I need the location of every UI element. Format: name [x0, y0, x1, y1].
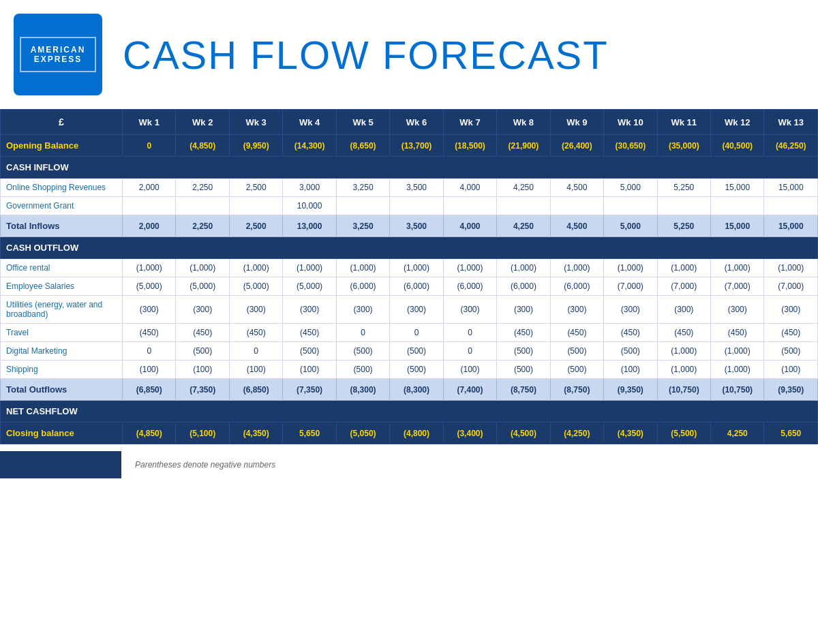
opening-balance-wk1: 0	[123, 135, 176, 157]
week-header-2: Wk 2	[176, 110, 229, 135]
shipping-wk9: (500)	[550, 361, 603, 379]
total-outflows-wk4: (7,350)	[283, 379, 336, 401]
opening-balance-wk9: (26,400)	[550, 135, 603, 157]
week-header-12: Wk 12	[711, 110, 764, 135]
logo-line1: AMERICAN	[31, 45, 86, 55]
total-outflows-wk1: (6,850)	[123, 379, 176, 401]
utilities-wk5: (300)	[336, 296, 389, 324]
online-shopping-wk10: 5,000	[604, 179, 657, 197]
utilities-wk9: (300)	[550, 296, 603, 324]
week-header-7: Wk 7	[443, 110, 496, 135]
total-outflows-label: Total Outflows	[1, 379, 123, 401]
week-header-11: Wk 11	[657, 110, 710, 135]
shipping-row: Shipping (100) (100) (100) (100) (500) (…	[1, 361, 818, 379]
cash-inflow-header: CASH INFLOW	[1, 157, 818, 179]
shipping-wk1: (100)	[123, 361, 176, 379]
week-header-8: Wk 8	[497, 110, 550, 135]
employee-salaries-wk13: (7,000)	[764, 277, 818, 296]
opening-balance-wk6: (13,700)	[390, 135, 443, 157]
utilities-wk1: (300)	[123, 296, 176, 324]
online-shopping-row: Online Shopping Revenues 2,000 2,250 2,5…	[1, 179, 818, 197]
shipping-wk6: (500)	[390, 361, 443, 379]
opening-balance-row: Opening Balance 0 (4,850) (9,950) (14,30…	[1, 135, 818, 157]
government-grant-wk9	[550, 197, 603, 215]
total-outflows-wk2: (7,350)	[176, 379, 229, 401]
employee-salaries-wk8: (6,000)	[497, 277, 550, 296]
opening-balance-wk11: (35,000)	[657, 135, 710, 157]
closing-balance-wk5: (5,050)	[336, 423, 389, 444]
cash-flow-table: £ Wk 1 Wk 2 Wk 3 Wk 4 Wk 5 Wk 6 Wk 7 Wk …	[0, 109, 818, 444]
total-inflows-wk11: 5,250	[657, 215, 710, 237]
total-inflows-wk12: 15,000	[711, 215, 764, 237]
digital-marketing-wk7: 0	[443, 342, 496, 361]
total-inflows-wk6: 3,500	[390, 215, 443, 237]
travel-row: Travel (450) (450) (450) (450) 0 0 0 (45…	[1, 324, 818, 342]
office-rental-wk8: (1,000)	[497, 259, 550, 277]
online-shopping-wk11: 5,250	[657, 179, 710, 197]
net-cashflow-header: NET CASHFLOW	[1, 401, 818, 423]
total-inflows-wk9: 4,500	[550, 215, 603, 237]
travel-wk5: 0	[336, 324, 389, 342]
government-grant-wk1	[123, 197, 176, 215]
opening-balance-wk3: (9,950)	[229, 135, 282, 157]
opening-balance-wk10: (30,650)	[604, 135, 657, 157]
employee-salaries-label: Employee Salaries	[1, 277, 123, 296]
closing-balance-row: Closing balance (4,850) (5,100) (4,350) …	[1, 423, 818, 444]
office-rental-wk2: (1,000)	[176, 259, 229, 277]
shipping-wk8: (500)	[497, 361, 550, 379]
total-inflows-wk2: 2,250	[176, 215, 229, 237]
travel-wk4: (450)	[283, 324, 336, 342]
digital-marketing-wk4: (500)	[283, 342, 336, 361]
total-outflows-wk8: (8,750)	[497, 379, 550, 401]
digital-marketing-wk13: (500)	[764, 342, 818, 361]
total-outflows-wk6: (8,300)	[390, 379, 443, 401]
closing-balance-wk11: (5,500)	[657, 423, 710, 444]
shipping-wk4: (100)	[283, 361, 336, 379]
digital-marketing-wk5: (500)	[336, 342, 389, 361]
digital-marketing-wk2: (500)	[176, 342, 229, 361]
shipping-label: Shipping	[1, 361, 123, 379]
employee-salaries-wk2: (5,000)	[176, 277, 229, 296]
digital-marketing-wk10: (500)	[604, 342, 657, 361]
shipping-wk12: (1,000)	[711, 361, 764, 379]
employee-salaries-wk3: (5,000)	[229, 277, 282, 296]
utilities-row: Utilities (energy, water and broadband) …	[1, 296, 818, 324]
office-rental-wk13: (1,000)	[764, 259, 818, 277]
closing-balance-label: Closing balance	[1, 423, 123, 444]
office-rental-wk11: (1,000)	[657, 259, 710, 277]
cash-outflow-header: CASH OUTFLOW	[1, 237, 818, 259]
total-inflows-wk4: 13,000	[283, 215, 336, 237]
total-inflows-wk1: 2,000	[123, 215, 176, 237]
utilities-wk12: (300)	[711, 296, 764, 324]
opening-balance-wk12: (40,500)	[711, 135, 764, 157]
online-shopping-wk8: 4,250	[497, 179, 550, 197]
total-outflows-wk9: (8,750)	[550, 379, 603, 401]
travel-label: Travel	[1, 324, 123, 342]
total-inflows-wk3: 2,500	[229, 215, 282, 237]
travel-wk10: (450)	[604, 324, 657, 342]
total-inflows-wk5: 3,250	[336, 215, 389, 237]
week-header-9: Wk 9	[550, 110, 603, 135]
government-grant-row: Government Grant 10,000	[1, 197, 818, 215]
opening-balance-label: Opening Balance	[1, 135, 123, 157]
closing-balance-wk10: (4,350)	[604, 423, 657, 444]
total-inflows-row: Total Inflows 2,000 2,250 2,500 13,000 3…	[1, 215, 818, 237]
closing-balance-wk4: 5,650	[283, 423, 336, 444]
shipping-wk7: (100)	[443, 361, 496, 379]
travel-wk1: (450)	[123, 324, 176, 342]
logo-line2: EXPRESS	[31, 55, 86, 64]
government-grant-wk10	[604, 197, 657, 215]
total-outflows-wk11: (10,750)	[657, 379, 710, 401]
utilities-wk11: (300)	[657, 296, 710, 324]
header-row: £ Wk 1 Wk 2 Wk 3 Wk 4 Wk 5 Wk 6 Wk 7 Wk …	[1, 110, 818, 135]
digital-marketing-wk3: 0	[229, 342, 282, 361]
closing-balance-wk13: 5,650	[764, 423, 818, 444]
total-outflows-row: Total Outflows (6,850) (7,350) (6,850) (…	[1, 379, 818, 401]
total-outflows-wk5: (8,300)	[336, 379, 389, 401]
closing-balance-wk1: (4,850)	[123, 423, 176, 444]
cash-inflow-header-row: CASH INFLOW	[1, 157, 818, 179]
total-inflows-wk13: 15,000	[764, 215, 818, 237]
office-rental-wk12: (1,000)	[711, 259, 764, 277]
utilities-wk6: (300)	[390, 296, 443, 324]
opening-balance-wk5: (8,650)	[336, 135, 389, 157]
